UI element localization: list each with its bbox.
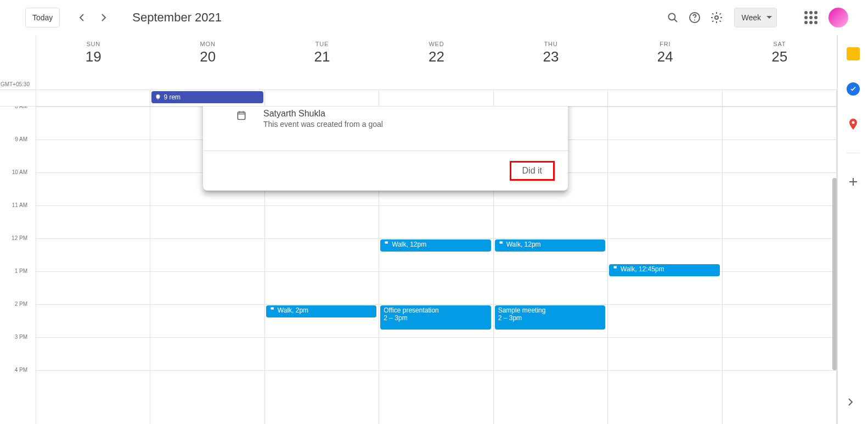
did-it-button[interactable]: Did it xyxy=(510,161,555,181)
day-col-fri[interactable]: Walk, 12:45pm xyxy=(608,107,722,424)
allday-cell-mon[interactable]: 9 rem xyxy=(150,90,264,106)
reminder-chip[interactable]: 9 rem xyxy=(151,91,263,103)
allday-cell-wed[interactable] xyxy=(379,90,493,106)
event-walk-tue[interactable]: Walk, 2pm xyxy=(266,305,376,317)
month-label: September 2021 xyxy=(132,10,222,25)
tasks-icon[interactable] xyxy=(847,82,860,96)
svg-rect-5 xyxy=(238,112,245,119)
view-dropdown[interactable]: Week xyxy=(734,8,777,27)
hour-labels: 8 AM 9 AM 10 AM 11 AM 12 PM 1 PM 2 PM 3 … xyxy=(0,107,32,424)
apps-launcher[interactable] xyxy=(804,11,818,24)
day-header-sun[interactable]: SUN19 xyxy=(36,35,150,90)
svg-point-0 xyxy=(669,13,675,20)
allday-cell-tue[interactable] xyxy=(265,90,379,106)
event-office-presentation[interactable]: Office presentation 2 – 3pm xyxy=(380,305,491,330)
avatar[interactable] xyxy=(828,8,848,27)
event-walk-fri[interactable]: Walk, 12:45pm xyxy=(609,264,719,276)
search-button[interactable] xyxy=(662,7,684,29)
today-button[interactable]: Today xyxy=(25,8,60,27)
hide-side-panel-button[interactable] xyxy=(839,391,861,413)
keep-icon[interactable] xyxy=(847,47,860,60)
chevron-down-icon xyxy=(766,16,772,19)
day-header-mon[interactable]: MON20 xyxy=(150,35,264,90)
flag-icon xyxy=(384,241,390,247)
day-col-sat[interactable] xyxy=(723,107,837,424)
flag-icon xyxy=(498,241,505,247)
svg-point-3 xyxy=(715,16,718,19)
popup-owner: Satyarth Shukla xyxy=(263,109,383,119)
allday-cell-fri[interactable] xyxy=(608,90,722,106)
event-walk-wed[interactable]: Walk, 12pm xyxy=(380,239,491,252)
event-popup: Walk Friday, 24 September 12:45 – 1:15pm xyxy=(203,107,568,191)
scrollbar-thumb[interactable] xyxy=(832,178,837,370)
day-header-wed[interactable]: WED22 xyxy=(379,35,493,90)
day-header-thu[interactable]: THU23 xyxy=(494,35,608,90)
day-header-tue[interactable]: TUE21 xyxy=(265,35,379,90)
help-button[interactable] xyxy=(684,7,706,29)
prev-week-button[interactable] xyxy=(71,7,93,29)
allday-cell-thu[interactable] xyxy=(494,90,608,106)
settings-button[interactable] xyxy=(706,7,728,29)
calendar-icon xyxy=(236,110,247,121)
side-panel xyxy=(837,35,868,424)
event-walk-thu[interactable]: Walk, 12pm xyxy=(495,239,605,252)
day-col-sun[interactable] xyxy=(36,107,150,424)
svg-point-6 xyxy=(852,121,854,124)
add-panel-button[interactable] xyxy=(847,175,860,188)
view-label: Week xyxy=(741,13,761,22)
day-header-sat[interactable]: SAT25 xyxy=(723,35,837,90)
next-week-button[interactable] xyxy=(93,7,115,29)
maps-icon[interactable] xyxy=(847,118,860,131)
day-header-fri[interactable]: FRI24 xyxy=(608,35,722,90)
event-sample-meeting[interactable]: Sample meeting 2 – 3pm xyxy=(495,305,605,330)
flag-icon xyxy=(269,306,276,313)
reminder-icon xyxy=(155,94,161,101)
popup-goal-note: This event was created from a goal xyxy=(263,120,383,129)
timezone-label: GMT+05:30 xyxy=(0,81,32,90)
allday-cell-sun[interactable] xyxy=(36,90,150,106)
svg-point-2 xyxy=(694,19,695,20)
flag-icon xyxy=(612,265,619,272)
allday-cell-sat[interactable] xyxy=(723,90,837,106)
